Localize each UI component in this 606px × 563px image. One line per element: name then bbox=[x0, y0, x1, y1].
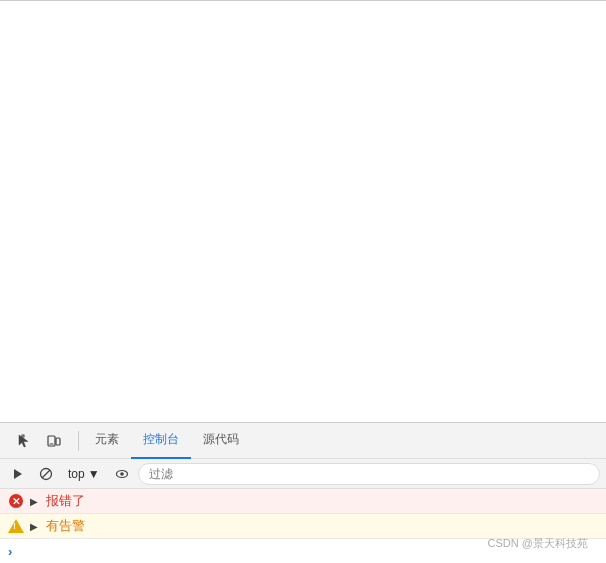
ban-icon[interactable] bbox=[34, 462, 58, 486]
tab-source[interactable]: 源代码 bbox=[191, 423, 251, 459]
console-log: ✕ ▶ 报错了 ▶ 有告警 › bbox=[0, 489, 606, 563]
play-icon[interactable] bbox=[6, 462, 30, 486]
error-expand-arrow[interactable]: ▶ bbox=[30, 496, 38, 507]
svg-rect-0 bbox=[22, 435, 24, 437]
eye-icon[interactable] bbox=[110, 462, 134, 486]
toolbar-divider bbox=[78, 431, 79, 451]
console-toolbar: top ▼ bbox=[0, 459, 606, 489]
toolbar-icons bbox=[4, 427, 74, 455]
error-icon: ✕ bbox=[8, 493, 24, 509]
warning-icon bbox=[8, 518, 24, 534]
warning-expand-arrow[interactable]: ▶ bbox=[30, 521, 38, 532]
tab-console[interactable]: 控制台 bbox=[131, 423, 191, 459]
watermark: CSDN @景天科技苑 bbox=[488, 536, 588, 551]
tab-elements[interactable]: 元素 bbox=[83, 423, 131, 459]
error-text: 报错了 bbox=[46, 492, 85, 510]
top-selector[interactable]: top ▼ bbox=[62, 465, 106, 483]
tab-bar: 元素 控制台 源代码 bbox=[0, 423, 606, 459]
device-icon[interactable] bbox=[40, 427, 68, 455]
prompt-arrow-icon: › bbox=[8, 544, 12, 559]
dropdown-arrow: ▼ bbox=[88, 467, 100, 481]
cursor-icon[interactable] bbox=[10, 427, 38, 455]
svg-rect-2 bbox=[56, 438, 60, 445]
devtools-container: 元素 控制台 源代码 top bbox=[0, 0, 606, 563]
svg-point-8 bbox=[120, 472, 124, 476]
browser-content bbox=[0, 1, 606, 422]
error-entry: ✕ ▶ 报错了 bbox=[0, 489, 606, 514]
filter-input[interactable] bbox=[138, 463, 600, 485]
svg-marker-4 bbox=[14, 469, 22, 479]
svg-line-6 bbox=[42, 470, 50, 478]
warning-text: 有告警 bbox=[46, 517, 85, 535]
